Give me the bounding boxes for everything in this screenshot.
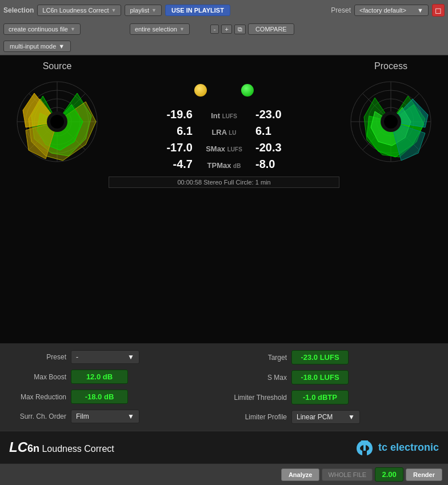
preset-control-arrow: ▼ xyxy=(127,353,134,361)
smax-control-label: S Max xyxy=(230,374,287,382)
brand-footer: LC6n Loudness Correct tc electronic xyxy=(0,431,448,463)
max-reduction-label: Max Reduction xyxy=(9,393,66,401)
target-value[interactable]: -23.0 LUFS xyxy=(291,350,349,364)
limiter-profile-arrow: ▼ xyxy=(348,413,355,421)
process-radar xyxy=(345,76,437,167)
center-display: -19.6 Int LUFS -23.0 6.1 LRA LU 6.1 xyxy=(109,61,339,188)
time-bar: 00:00:58 Stereo Full Circle: 1 min xyxy=(109,177,339,188)
preset-dropdown[interactable]: <factory default> ▼ xyxy=(354,5,429,16)
entire-selection-dropdown[interactable]: entire selection ▼ xyxy=(130,23,190,35)
main-container: Selection LC6n Loudness Correct ▼ playli… xyxy=(0,0,448,485)
smax-control-row: S Max -18.0 LUFS xyxy=(230,370,439,384)
process-int: -23.0 xyxy=(255,108,287,121)
meters-row: Source xyxy=(6,61,442,188)
top-section: Selection LC6n Loudness Correct ▼ playli… xyxy=(0,0,448,55)
process-title: Process xyxy=(374,61,407,71)
limiter-threshold-value[interactable]: -1.0 dBTP xyxy=(291,390,349,404)
surr-ch-arrow: ▼ xyxy=(127,412,134,420)
source-meter: Source xyxy=(6,61,109,167)
multi-input-arrow: ▼ xyxy=(58,43,65,50)
preset-control-label: Preset xyxy=(9,353,66,361)
use-playlist-button[interactable]: USE IN PLAYLIST xyxy=(165,5,230,16)
lra-row: 6.1 LRA LU 6.1 xyxy=(161,125,287,138)
controls-right: Target -23.0 LUFS S Max -18.0 LUFS Limit… xyxy=(230,350,439,424)
surr-ch-order-dropdown[interactable]: Film ▼ xyxy=(71,410,139,423)
display-area: Source xyxy=(0,55,448,343)
max-reduction-value[interactable]: -18.0 dB xyxy=(71,390,128,404)
svg-point-19 xyxy=(384,115,398,129)
tc-text: tc electronic xyxy=(378,442,439,454)
playlist-dropdown[interactable]: playlist ▼ xyxy=(125,5,162,16)
preset-control-dropdown[interactable]: - ▼ xyxy=(71,350,139,364)
svg-rect-21 xyxy=(363,442,366,451)
preset-control-row: Preset - ▼ xyxy=(9,350,218,364)
smax-label: SMax LUFS xyxy=(195,145,253,153)
brand-lc: LC xyxy=(9,439,27,455)
lra-label: LRA LU xyxy=(195,128,253,137)
render-button[interactable]: Render xyxy=(406,468,442,481)
time-display: 2.00 xyxy=(375,467,403,482)
entire-selection-arrow: ▼ xyxy=(179,26,185,32)
limiter-threshold-row: Limiter Threshold -1.0 dBTP xyxy=(230,390,439,404)
create-file-dropdown[interactable]: create continuous file ▼ xyxy=(3,23,81,35)
bar1: Selection LC6n Loudness Correct ▼ playli… xyxy=(0,0,448,21)
tpmax-row: -4.7 TPMax dB -8.0 xyxy=(161,158,287,171)
source-smax: -17.0 xyxy=(161,141,193,154)
bar3: multi-input mode ▼ xyxy=(0,38,448,55)
smax-row: -17.0 SMax LUFS -20.3 xyxy=(161,141,287,154)
compare-button[interactable]: COMPARE xyxy=(248,23,294,35)
tc-logo-icon xyxy=(355,439,374,455)
preset-section: Preset <factory default> ▼ ◻ xyxy=(331,4,445,17)
brand-rest: Loudness Correct xyxy=(39,444,114,454)
process-tpmax: -8.0 xyxy=(255,158,287,171)
max-boost-value[interactable]: 12.0 dB xyxy=(71,370,128,384)
plus-button[interactable]: + xyxy=(221,25,231,34)
minus-button[interactable]: - xyxy=(210,25,219,34)
tpmax-label: TPMax dB xyxy=(195,161,253,170)
copy-button[interactable]: ⧉ xyxy=(234,25,246,34)
plugin-dropdown[interactable]: LC6n Loudness Correct ▼ xyxy=(37,5,121,16)
create-file-arrow: ▼ xyxy=(70,26,75,32)
source-lra: 6.1 xyxy=(161,125,193,138)
process-meter: Process xyxy=(339,61,442,167)
close-button[interactable]: ◻ xyxy=(432,4,445,17)
controls-left: Preset - ▼ Max Boost 12.0 dB Max Reducti… xyxy=(9,350,218,424)
source-indicator xyxy=(194,84,207,97)
source-radar xyxy=(11,76,103,167)
brand-name: LC6n Loudness Correct xyxy=(9,439,114,455)
preset-arrow: ▼ xyxy=(417,7,423,14)
indicators-row xyxy=(194,84,254,97)
bottom-toolbar: Analyze WHOLE FILE 2.00 Render xyxy=(0,463,448,485)
limiter-profile-dropdown[interactable]: Linear PCM ▼ xyxy=(291,410,360,424)
top-right-controls: - + ⧉ COMPARE xyxy=(210,23,294,35)
whole-file-button[interactable]: WHOLE FILE xyxy=(322,468,373,481)
playlist-arrow: ▼ xyxy=(151,7,157,13)
max-boost-label: Max Boost xyxy=(9,373,66,381)
selection-label: Selection xyxy=(3,6,34,14)
source-int: -19.6 xyxy=(161,108,193,121)
svg-point-9 xyxy=(50,115,64,129)
analyze-button[interactable]: Analyze xyxy=(281,468,320,481)
max-reduction-row: Max Reduction -18.0 dB xyxy=(9,390,218,404)
smax-control-value[interactable]: -18.0 LUFS xyxy=(291,370,349,384)
surr-ch-order-label: Surr. Ch. Order xyxy=(9,412,66,420)
source-title: Source xyxy=(43,61,72,71)
process-smax: -20.3 xyxy=(255,141,287,154)
tc-logo: tc electronic xyxy=(355,439,439,455)
preset-section-label: Preset xyxy=(331,6,351,14)
process-lra: 6.1 xyxy=(255,125,287,138)
target-label: Target xyxy=(230,354,287,362)
surr-ch-order-row: Surr. Ch. Order Film ▼ xyxy=(9,410,218,423)
int-row: -19.6 Int LUFS -23.0 xyxy=(161,108,287,121)
plugin-dropdown-arrow: ▼ xyxy=(111,7,117,13)
multi-input-button[interactable]: multi-input mode ▼ xyxy=(3,41,71,52)
limiter-profile-label: Limiter Profile xyxy=(230,413,287,421)
max-boost-row: Max Boost 12.0 dB xyxy=(9,370,218,384)
metrics-table: -19.6 Int LUFS -23.0 6.1 LRA LU 6.1 xyxy=(161,108,287,171)
controls-section: Preset - ▼ Max Boost 12.0 dB Max Reducti… xyxy=(0,343,448,431)
brand-6n: 6n xyxy=(27,443,39,454)
int-label: Int LUFS xyxy=(195,111,253,120)
limiter-threshold-label: Limiter Threshold xyxy=(230,394,287,402)
limiter-profile-row: Limiter Profile Linear PCM ▼ xyxy=(230,410,439,424)
process-indicator xyxy=(241,84,254,97)
